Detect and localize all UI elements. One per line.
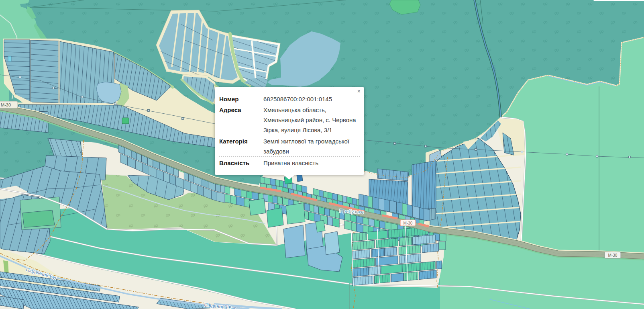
svg-text:M-30: M-30 (608, 253, 618, 258)
svg-text:М-30: М-30 (1, 102, 11, 107)
svg-text:М-30: М-30 (404, 221, 413, 225)
